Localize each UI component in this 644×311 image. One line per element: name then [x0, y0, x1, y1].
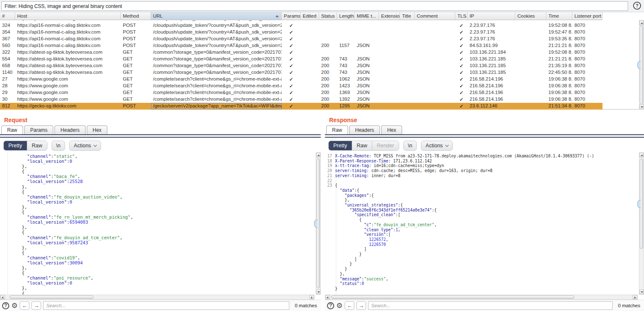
scroll-down-button[interactable] — [639, 290, 644, 294]
column-header-time[interactable]: Time — [546, 12, 572, 20]
column-header-num[interactable]: # — [0, 12, 15, 20]
table-vertical-scrollbar[interactable] — [639, 20, 644, 110]
column-header-host[interactable]: Host — [15, 12, 121, 20]
request-show-newlines-button[interactable]: \n — [52, 141, 65, 151]
response-view-raw-button[interactable]: Raw — [352, 141, 372, 150]
request-view-pretty-button[interactable]: Pretty — [4, 141, 27, 150]
column-header-method[interactable]: Method — [121, 12, 151, 20]
next-match-button[interactable]: → — [31, 301, 41, 310]
column-header-params[interactable]: Params — [282, 12, 301, 20]
table-row[interactable]: 322https://abtest-sg-tiktok.byteoversea.… — [0, 49, 602, 56]
response-tab-hex[interactable]: Hex — [381, 125, 402, 134]
scroll-right-button[interactable] — [633, 295, 637, 299]
scrollbar-thumb[interactable] — [317, 159, 320, 288]
help-icon[interactable]: ? — [633, 2, 641, 10]
table-row[interactable]: 28https://www.google.comGET/complete/sea… — [0, 83, 602, 89]
column-header-mime[interactable]: MIME t... — [355, 12, 379, 20]
column-header-extension[interactable]: Extension — [379, 12, 400, 20]
column-header-port[interactable]: Listener port — [572, 12, 602, 20]
column-header-cookies[interactable]: Cookies — [515, 12, 546, 20]
code-text: "version":[ — [335, 232, 391, 237]
code-text: "local_version":25528 — [6, 179, 83, 184]
scroll-up-button[interactable] — [639, 153, 644, 157]
response-vertical-scrollbar[interactable] — [639, 152, 644, 295]
request-tab-hex[interactable]: Hex — [87, 125, 107, 134]
response-show-newlines-button[interactable]: \n — [403, 141, 417, 151]
line-number — [1, 230, 6, 235]
scroll-up-button[interactable] — [639, 21, 644, 25]
scrollbar-grip[interactable] — [637, 200, 641, 208]
column-header-url[interactable]: URL — [151, 12, 282, 20]
table-row[interactable]: 27https://www.google.comGET/complete/sea… — [0, 76, 602, 83]
column-header-status[interactable]: Status — [319, 12, 337, 20]
response-actions-button[interactable]: Actions — [421, 141, 453, 151]
code-line: "local_version":6594003 — [1, 220, 314, 225]
request-view-raw-button[interactable]: Raw — [27, 141, 47, 150]
code-text: { — [6, 230, 24, 235]
scroll-up-button[interactable] — [316, 153, 320, 157]
help-icon[interactable]: ? — [2, 302, 9, 309]
help-icon[interactable]: ? — [327, 302, 334, 309]
scroll-left-button[interactable] — [325, 295, 330, 299]
gear-icon[interactable]: ⚙ — [336, 302, 343, 309]
table-row[interactable]: 29https://www.google.comGET/complete/sea… — [0, 89, 602, 96]
response-view-render-button[interactable]: Render — [372, 141, 399, 150]
table-row[interactable]: 354https://api16-normal-c-alisg.tiktokv.… — [0, 29, 602, 36]
column-header-comment[interactable]: Comment — [415, 12, 455, 20]
request-tab-raw[interactable]: Raw — [1, 125, 23, 134]
cell-comment — [415, 76, 455, 83]
previous-match-button[interactable]: ← — [345, 301, 354, 310]
request-tab-headers[interactable]: Headers — [55, 125, 85, 134]
scrollbar-thumb[interactable] — [640, 159, 643, 249]
scrollbar-grip[interactable] — [637, 61, 641, 69]
response-code[interactable]: 17X-Cache-Remote: TCP_MISS from a23-52-1… — [326, 154, 638, 291]
column-header-length[interactable]: Length — [337, 12, 355, 20]
response-view-pretty-button[interactable]: Pretty — [329, 141, 352, 150]
response-horizontal-scrollbar[interactable] — [325, 295, 638, 300]
table-row[interactable]: 658https://abtest-sg-tiktok.byteoversea.… — [0, 63, 602, 69]
column-header-title[interactable]: Title — [400, 12, 415, 20]
next-match-button[interactable]: → — [356, 301, 366, 310]
table-row[interactable]: 367https://api16-normal-c-alisg.tiktokv.… — [0, 36, 602, 42]
help-glyph: ? — [636, 3, 639, 9]
table-row[interactable]: 554https://abtest-sg-tiktok.byteoversea.… — [0, 56, 602, 63]
code-text: { — [335, 217, 362, 222]
previous-match-button[interactable]: ← — [20, 301, 29, 310]
response-tab-headers[interactable]: Headers — [349, 125, 380, 134]
request-search-input[interactable] — [43, 301, 289, 310]
code-text: }, — [6, 184, 27, 189]
help-glyph: ? — [4, 303, 7, 308]
scrollbar-grip[interactable] — [314, 220, 317, 228]
table-body: 324https://api16-normal-c-alisg.tiktokv.… — [0, 20, 602, 110]
filter-summary[interactable]: Filter: Hiding CSS, image and general bi… — [1, 1, 628, 11]
table-row[interactable]: 30https://www.google.comGET/complete/sea… — [0, 96, 602, 103]
scroll-right-button[interactable] — [309, 295, 314, 299]
column-header-ip[interactable]: IP — [467, 12, 515, 20]
table-row[interactable]: 324https://api16-normal-c-alisg.tiktokv.… — [0, 22, 602, 29]
gear-icon[interactable]: ⚙ — [11, 302, 18, 309]
cell-extension — [379, 22, 400, 29]
request-horizontal-scrollbar[interactable] — [0, 295, 314, 300]
request-code[interactable]: "channel":"static", "local_version":0 },… — [1, 154, 314, 295]
request-vertical-scrollbar[interactable] — [316, 152, 321, 295]
scrollbar-thumb[interactable] — [10, 295, 93, 299]
scroll-down-button[interactable] — [316, 290, 320, 294]
scroll-left-button[interactable] — [0, 295, 5, 299]
code-line: }, — [326, 272, 638, 277]
column-header-tls[interactable]: TLS — [455, 12, 467, 20]
table-row[interactable]: 1140https://abtest-sg-tiktok.byteoversea… — [0, 69, 602, 76]
response-search-input[interactable] — [368, 301, 613, 310]
cell-title — [400, 89, 415, 96]
response-tab-raw[interactable]: Raw — [326, 125, 348, 134]
request-actions-button[interactable]: Actions — [69, 141, 101, 151]
scroll-down-button[interactable] — [639, 105, 644, 109]
cell-tls: ✓ — [455, 83, 467, 89]
code-line: }, — [1, 184, 314, 189]
column-header-edited[interactable]: Edited — [301, 12, 319, 20]
scrollbar-thumb[interactable] — [640, 26, 643, 104]
line-number — [1, 209, 6, 214]
request-tab-params[interactable]: Params — [24, 125, 53, 134]
table-row[interactable]: 812https://gecko-sg.tiktokv.comPOST/geck… — [0, 103, 602, 110]
scrollbar-thumb[interactable] — [331, 295, 574, 299]
table-row[interactable]: 560https://api16-normal-c-alisg.tiktokv.… — [0, 42, 602, 49]
